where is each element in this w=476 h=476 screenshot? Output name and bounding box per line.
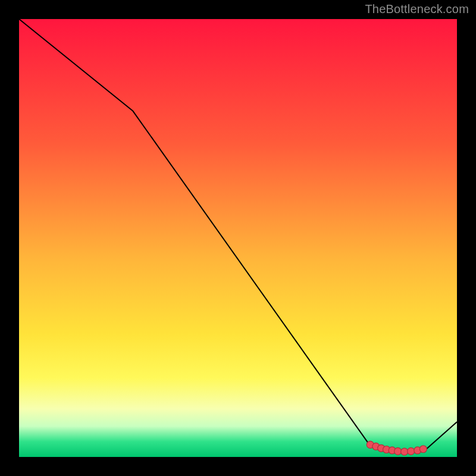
gradient-background [19, 19, 457, 457]
chart-container: TheBottleneck.com [0, 0, 476, 476]
data-marker [401, 448, 408, 455]
plot-area [19, 19, 457, 457]
data-marker [408, 447, 415, 455]
chart-svg [19, 19, 457, 457]
attribution-text: TheBottleneck.com [365, 2, 469, 16]
data-marker [394, 447, 402, 455]
data-marker [419, 446, 427, 453]
